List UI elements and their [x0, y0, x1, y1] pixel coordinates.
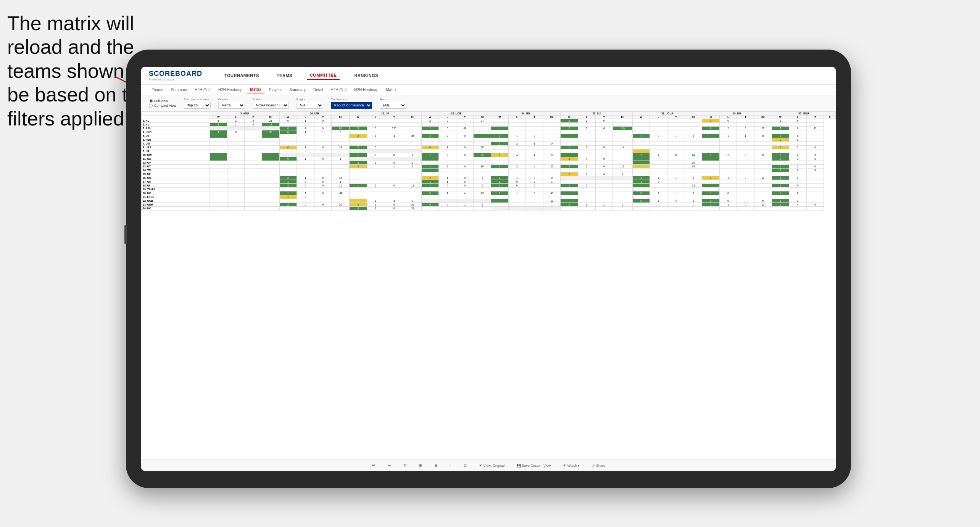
- matrix-cell[interactable]: [210, 203, 227, 207]
- sub-nav-h2h-heatmap-2[interactable]: H2H Heatmap: [351, 87, 381, 93]
- matrix-cell[interactable]: [578, 149, 595, 153]
- matrix-cell[interactable]: [578, 134, 595, 138]
- matrix-cell[interactable]: 0: [737, 153, 754, 157]
- matrix-cell[interactable]: [384, 176, 404, 180]
- matrix-cell[interactable]: [650, 207, 667, 210]
- matrix-cell[interactable]: [404, 191, 422, 195]
- matrix-cell[interactable]: [737, 123, 754, 127]
- matrix-cell[interactable]: [262, 138, 279, 142]
- matrix-cell[interactable]: [474, 195, 491, 199]
- matrix-cell[interactable]: [737, 195, 754, 199]
- matrix-cell[interactable]: [632, 188, 650, 191]
- matrix-cell[interactable]: [262, 146, 279, 149]
- matrix-cell[interactable]: [210, 176, 227, 180]
- matrix-cell[interactable]: 2: [632, 176, 650, 180]
- matrix-cell[interactable]: [578, 161, 595, 165]
- matrix-cell[interactable]: [439, 207, 456, 210]
- matrix-cell[interactable]: 0: [314, 119, 332, 123]
- matrix-cell[interactable]: [632, 169, 650, 172]
- matrix-cell[interactable]: [384, 180, 404, 184]
- matrix-cell[interactable]: 3: [789, 169, 807, 172]
- matrix-cell[interactable]: [667, 123, 685, 127]
- matrix-cell[interactable]: [332, 138, 350, 142]
- matrix-cell[interactable]: [227, 184, 245, 188]
- matrix-cell[interactable]: [632, 142, 650, 146]
- matrix-cell[interactable]: 1: [404, 161, 422, 165]
- matrix-cell[interactable]: [456, 157, 474, 161]
- matrix-cell[interactable]: [404, 123, 422, 127]
- matrix-cell[interactable]: [404, 195, 422, 199]
- matrix-cell[interactable]: [702, 172, 720, 176]
- matrix-cell[interactable]: [210, 157, 227, 161]
- matrix-cell[interactable]: 0: [314, 127, 332, 130]
- matrix-cell[interactable]: [754, 161, 772, 165]
- matrix-cell[interactable]: [561, 130, 578, 134]
- matrix-cell[interactable]: [314, 123, 332, 127]
- matrix-cell[interactable]: [508, 188, 526, 191]
- matrix-cell[interactable]: 1: [279, 180, 297, 184]
- matrix-cell[interactable]: 1: [632, 180, 650, 184]
- matrix-cell[interactable]: [421, 161, 439, 165]
- matrix-cell[interactable]: [491, 161, 509, 165]
- matrix-cell[interactable]: [719, 138, 737, 142]
- matrix-cell[interactable]: [439, 199, 456, 203]
- matrix-cell[interactable]: [491, 119, 509, 123]
- matrix-cell[interactable]: 0: [561, 119, 578, 123]
- matrix-cell[interactable]: 0: [561, 203, 578, 207]
- matrix-cell[interactable]: 0: [806, 203, 824, 207]
- matrix-cell[interactable]: 0: [384, 203, 404, 207]
- matrix-cell[interactable]: 1: [526, 153, 543, 157]
- matrix-cell[interactable]: [526, 188, 543, 191]
- matrix-cell[interactable]: [650, 157, 667, 161]
- matrix-cell[interactable]: [367, 138, 384, 142]
- matrix-cell[interactable]: 0: [719, 199, 737, 203]
- matrix-cell[interactable]: [227, 195, 245, 199]
- matrix-cell[interactable]: [474, 149, 491, 153]
- matrix-cell[interactable]: 0: [613, 203, 633, 207]
- matrix-cell[interactable]: [262, 195, 279, 199]
- matrix-cell[interactable]: [404, 188, 422, 191]
- matrix-cell[interactable]: [737, 161, 754, 165]
- matrix-cell[interactable]: [350, 149, 367, 153]
- matrix-cell[interactable]: [667, 180, 685, 184]
- matrix-cell[interactable]: [245, 149, 262, 153]
- matrix-cell[interactable]: [314, 188, 332, 191]
- matrix-cell[interactable]: 0: [384, 207, 404, 210]
- matrix-cell[interactable]: [578, 199, 595, 203]
- matrix-cell[interactable]: [227, 191, 245, 195]
- matrix-cell[interactable]: [526, 127, 543, 130]
- matrix-cell[interactable]: [350, 142, 367, 146]
- matrix-cell[interactable]: [667, 184, 685, 188]
- matrix-cell[interactable]: [384, 169, 404, 172]
- matrix-cell[interactable]: [719, 195, 737, 199]
- matrix-cell[interactable]: 1: [367, 161, 384, 165]
- matrix-cell[interactable]: 1: [772, 184, 789, 188]
- matrix-cell[interactable]: [262, 157, 279, 161]
- matrix-cell[interactable]: [632, 123, 650, 127]
- matrix-cell[interactable]: 1: [508, 134, 526, 138]
- matrix-cell[interactable]: [456, 199, 474, 203]
- matrix-cell[interactable]: [474, 199, 491, 203]
- matrix-cell[interactable]: [350, 199, 367, 203]
- matrix-cell[interactable]: [719, 142, 737, 146]
- matrix-cell[interactable]: 25: [332, 203, 350, 207]
- matrix-cell[interactable]: 1: [789, 199, 807, 203]
- matrix-cell[interactable]: [702, 161, 720, 165]
- sub-nav-summary-1[interactable]: Summary: [168, 87, 190, 93]
- matrix-cell[interactable]: [737, 130, 754, 134]
- matrix-cell[interactable]: [543, 130, 561, 134]
- matrix-cell[interactable]: [491, 157, 509, 161]
- matrix-cell[interactable]: [367, 195, 384, 199]
- matrix-cell[interactable]: [578, 176, 595, 180]
- matrix-cell[interactable]: 0: [456, 165, 474, 169]
- matrix-cell[interactable]: 1: [332, 180, 350, 184]
- matrix-cell[interactable]: 1: [456, 203, 474, 207]
- matrix-cell[interactable]: [685, 157, 702, 161]
- matrix-cell[interactable]: [421, 149, 439, 153]
- toolbar-refresh[interactable]: ⟲: [401, 462, 409, 469]
- matrix-cell[interactable]: [632, 149, 650, 153]
- matrix-cell[interactable]: [508, 157, 526, 161]
- matrix-cell[interactable]: [719, 161, 737, 165]
- matrix-cell[interactable]: [421, 195, 439, 199]
- matrix-cell[interactable]: 0: [314, 191, 332, 195]
